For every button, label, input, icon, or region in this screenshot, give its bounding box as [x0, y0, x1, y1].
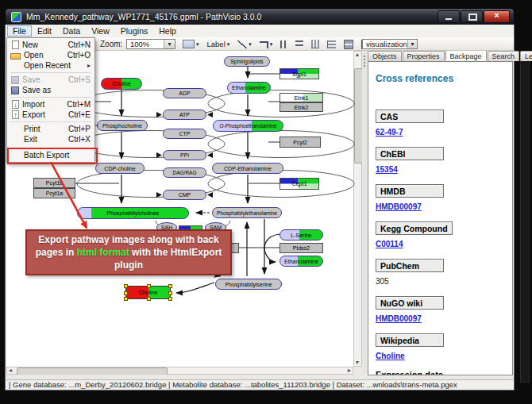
pathway-node-sphingolipids[interactable]: Sphingolipids [224, 56, 270, 67]
pathway-node-pcyt2[interactable]: Pcyt2 [279, 137, 321, 148]
menu-plugins[interactable]: Plugins [115, 25, 153, 37]
chevron-down-icon[interactable]: ▾ [196, 41, 199, 48]
file-menu-open[interactable]: OpenCtrl+O [7, 50, 94, 60]
pathway-node-phosphatidylserine[interactable]: Phosphatidylserine [215, 279, 282, 290]
selection-handle[interactable] [124, 297, 128, 301]
close-button[interactable] [484, 10, 510, 23]
chevron-down-icon[interactable]: ▾ [270, 41, 273, 48]
tab-properties[interactable]: Properties [403, 51, 445, 61]
crossref-heading: Cross references [376, 73, 507, 84]
zoom-combobox[interactable]: 100% ▼ [126, 39, 175, 49]
file-menu-save-as[interactable]: Save as [7, 85, 94, 95]
file-menu-new[interactable]: NewCtrl+N [7, 40, 94, 50]
crossref-link[interactable]: HMDB00097 [376, 314, 507, 323]
line-button[interactable]: ▾ [236, 39, 253, 50]
menu-help[interactable]: Help [153, 25, 182, 37]
file-menu-import[interactable]: ImportCtrl+M [7, 99, 94, 110]
window-title: Mm_Kennedy_pathway_WP1771_45176.gpml - P… [26, 12, 261, 21]
datanode-button[interactable]: ▾ [181, 39, 201, 50]
align-horizontal-center-button[interactable] [279, 39, 289, 50]
connector-button[interactable]: ▾ [258, 39, 275, 50]
crossref-link[interactable]: HMDB00097 [376, 202, 507, 211]
pathway-node-ctp[interactable]: CTP [163, 129, 206, 139]
selection-handle[interactable] [147, 284, 151, 288]
selection-handle[interactable] [168, 291, 172, 295]
pathway-node-etnk2[interactable]: Etnk2 [279, 102, 323, 112]
file-menu-export[interactable]: ExportCtrl+E [7, 110, 94, 120]
zoom-label: Zoom: [100, 40, 122, 48]
section-title: ChEBI [376, 147, 444, 160]
pathway-node-phosphatidylethanolamine[interactable]: Phosphatidylethanolamine [212, 207, 282, 218]
selection-handle[interactable] [124, 291, 128, 295]
pathway-node-adp[interactable]: ADP [163, 88, 206, 98]
menu-data[interactable]: Data [57, 25, 86, 37]
chevron-down-icon[interactable]: ▼ [164, 40, 175, 48]
minimize-button[interactable] [438, 10, 460, 23]
align-vertical-center-button[interactable] [294, 39, 305, 50]
selection-handle[interactable] [168, 284, 172, 288]
pathway-node-ptdss2[interactable]: Ptdss2 [279, 243, 323, 253]
zoom-value: 100% [130, 40, 149, 48]
chevron-down-icon[interactable]: ▾ [249, 41, 252, 48]
menu-item-label: Exit [24, 135, 37, 144]
selection-handle[interactable] [124, 284, 128, 288]
crossref-link[interactable]: 15354 [376, 165, 507, 174]
save-icon [11, 76, 19, 84]
expression-data-heading: Expression data [376, 370, 507, 375]
tab-backpage[interactable]: Backpage [445, 50, 487, 60]
distribute-vertically-button[interactable] [326, 39, 337, 50]
stack-button[interactable] [342, 39, 355, 50]
pathway-node-l-serine[interactable]: L-Serine [279, 229, 323, 240]
pathway-node-atp[interactable]: ATP [163, 110, 206, 120]
tab-objects[interactable]: Objects [368, 51, 402, 61]
chevron-down-icon[interactable]: ▼ [407, 40, 417, 48]
pathway-node-phosphatidylcholines[interactable]: Phosphatidylcholines [77, 207, 189, 219]
menu-bar: FileEditDataViewPluginsHelp [5, 25, 515, 37]
file-menu-open-recent[interactable]: Open Recent▸ [7, 60, 94, 71]
selection-handle[interactable] [168, 297, 172, 301]
scroll-left-icon[interactable]: ◄ [6, 367, 14, 375]
scroll-down-icon[interactable]: ▼ [353, 359, 361, 367]
crossref-link[interactable]: Choline [376, 352, 507, 360]
file-menu-save[interactable]: SaveCtrl+S [7, 75, 94, 85]
crossref-link[interactable]: 62-49-7 [376, 128, 507, 137]
selection-handle[interactable] [147, 297, 151, 301]
pathway-node-choline-top[interactable]: Choline [101, 78, 142, 90]
menu-item-label: Print [24, 125, 40, 133]
label-button[interactable]: Label▾ [206, 39, 232, 50]
menu-view[interactable]: View [86, 25, 115, 37]
pathway-node-dag[interactable]: DAG/RAG [163, 167, 206, 178]
pathway-node-ethanolamine-top[interactable]: Ethanolamine [227, 82, 271, 94]
pathway-node-cdp-choline[interactable]: CDP-choline [95, 163, 145, 174]
pathway-node-pcyt1a[interactable]: Pcyt1a [33, 188, 75, 198]
window-edge-strip [520, 56, 530, 383]
pathway-node-choline-selected[interactable]: Choline [125, 286, 171, 299]
menu-separator [10, 97, 91, 98]
crossref-link[interactable]: C00114 [376, 240, 507, 248]
menu-separator [10, 72, 91, 73]
pathway-node-ppi[interactable]: PPi [163, 150, 206, 160]
pathway-node-phosphocholine[interactable]: Phosphocholine [97, 120, 148, 131]
scroll-up-icon[interactable]: ▲ [353, 51, 361, 59]
pathway-node-ethanolamine-bottom[interactable]: Ethanolamine [279, 256, 323, 267]
menu-file[interactable]: File [7, 25, 32, 37]
scroll-right-icon[interactable]: ► [345, 367, 353, 375]
pathway-node-pcyt1b[interactable]: Pcyt1b [33, 178, 75, 188]
maximize-button[interactable] [461, 10, 483, 23]
chevron-down-icon[interactable]: ▾ [227, 41, 230, 48]
pathway-node-cept1[interactable]: Cept1 [279, 178, 319, 190]
tab-search[interactable]: Search [488, 51, 520, 61]
distribute-horizontally-button[interactable] [310, 39, 321, 50]
saveas-icon [11, 87, 19, 94]
pathway-node-etnk1[interactable]: Etnk1 [279, 93, 323, 102]
panel-splitter[interactable] [362, 51, 367, 375]
pathway-node-o-phosphoethanolamine[interactable]: O-Phosphoethanolamine [213, 120, 283, 132]
file-menu-print[interactable]: PrintCtrl+P [7, 124, 94, 134]
pathway-node-sgpl1[interactable]: Sgpl1 [279, 68, 319, 79]
file-menu-exit[interactable]: ExitCtrl+X [7, 134, 94, 144]
pathway-node-cmp[interactable]: CMP [163, 190, 206, 200]
visualization-combobox[interactable]: visualization ▼ [362, 39, 418, 49]
menu-edit[interactable]: Edit [32, 25, 57, 37]
pathway-node-cdp-ethanolamine[interactable]: CDP-Ethanolamine [212, 163, 283, 174]
tab-legend[interactable]: Legend [520, 51, 532, 61]
